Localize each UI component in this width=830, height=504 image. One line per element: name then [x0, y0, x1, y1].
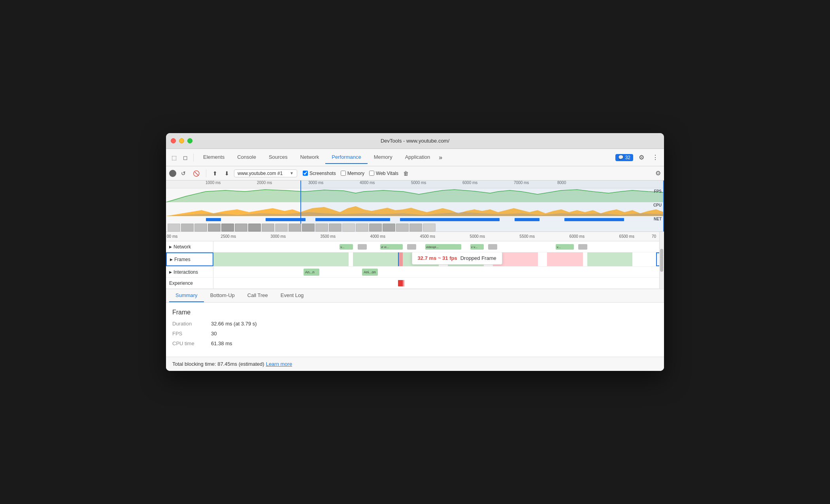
tab-network[interactable]: Network: [294, 151, 326, 164]
tab-event-log[interactable]: Event Log: [274, 289, 310, 302]
interaction-bar-2: Ani...on: [362, 269, 378, 276]
frame-green-2: [353, 252, 398, 266]
memory-checkbox[interactable]: [341, 171, 346, 176]
experience-track-label: Experience: [166, 278, 213, 288]
screenshots-checkbox[interactable]: [303, 171, 308, 176]
network-bar-5: videopl...: [425, 244, 461, 250]
network-bar-7: [488, 244, 497, 250]
duration-row: Duration 32.66 ms (at 3.79 s): [172, 321, 658, 327]
frames-expand-icon[interactable]: ▶: [170, 258, 173, 261]
ruler-70: 70: [652, 234, 656, 239]
ruler-3500: 3500 ms: [321, 234, 336, 239]
network-bar-3: vi vi...: [380, 244, 403, 250]
interaction-bar-1: An...n: [304, 269, 319, 276]
perf-toolbar: ↺ 🚫 ⬆ ⬇ www.youtube.com #1 ▼ Screenshots…: [166, 166, 664, 181]
frame-green-5: [587, 252, 632, 266]
screenshots-label: Screenshots: [309, 171, 336, 176]
memory-checkbox-label[interactable]: Memory: [341, 171, 364, 176]
network-track-label[interactable]: ▶ Network: [166, 241, 213, 252]
tab-call-tree[interactable]: Call Tree: [241, 289, 274, 302]
frame-tooltip: 32.7 ms ~ 31 fps Dropped Frame: [412, 252, 502, 265]
network-bar-8: v...: [556, 244, 574, 250]
summary-content: Frame Duration 32.66 ms (at 3.79 s) FPS …: [166, 303, 664, 357]
experience-track-row: Experience: [166, 278, 664, 289]
ruler-5500: 5500 ms: [520, 234, 535, 239]
download-button[interactable]: ⬇: [222, 169, 232, 178]
trash-button[interactable]: 🗑: [403, 170, 409, 177]
ruler-2500: 2500 ms: [221, 234, 236, 239]
ruler-4000: 4000 ms: [370, 234, 385, 239]
ruler-mark-1: 1000 ms: [206, 181, 221, 185]
interactions-expand-icon[interactable]: ▶: [169, 270, 172, 274]
web-vitals-checkbox-label[interactable]: Web Vitals: [369, 171, 398, 176]
interactions-track-content: An...n Ani...on: [213, 267, 664, 277]
cpu-row: CPU time 61.38 ms: [172, 340, 658, 346]
timeline-scroll-thumb[interactable]: [660, 249, 663, 272]
frames-track-content[interactable]: 32.7 ms ~ 31 fps Dropped Frame: [213, 252, 664, 266]
cpu-value: 61.38 ms: [211, 340, 232, 346]
interactions-track-label[interactable]: ▶ Interactions: [166, 267, 213, 277]
url-selector[interactable]: www.youtube.com #1 ▼: [234, 169, 297, 177]
tab-application[interactable]: Application: [399, 151, 437, 164]
record-button[interactable]: [169, 170, 176, 177]
tab-bottom-up[interactable]: Bottom-Up: [204, 289, 241, 302]
tab-performance[interactable]: Performance: [325, 151, 367, 164]
more-options-icon[interactable]: ⋮: [650, 152, 661, 163]
ruler-3000: 3000 ms: [271, 234, 286, 239]
maximize-button[interactable]: [187, 138, 192, 143]
capture-settings-icon[interactable]: ⚙: [655, 169, 661, 177]
minimize-button[interactable]: [179, 138, 184, 143]
devtools-window: DevTools - www.youtube.com/ ⬚ ◻ Elements…: [166, 133, 664, 371]
bottom-panel: Summary Bottom-Up Call Tree Event Log Fr…: [166, 289, 664, 371]
url-text: www.youtube.com #1: [238, 171, 290, 176]
cpu-label: CPU time: [172, 340, 208, 346]
bottom-tabs: Summary Bottom-Up Call Tree Event Log: [166, 289, 664, 303]
nav-icons: ⬚ ◻: [169, 153, 195, 162]
clear-button[interactable]: 🚫: [191, 169, 202, 178]
frames-label-text: Frames: [174, 257, 191, 262]
timeline-scrollbar[interactable]: [659, 232, 664, 289]
fps-value: 30: [211, 331, 217, 337]
experience-marker-2: [403, 280, 404, 286]
tooltip-fps-text: 32.7 ms ~ 31 fps: [418, 255, 457, 261]
more-tabs-button[interactable]: »: [436, 152, 445, 163]
fps-label: FPS: [172, 331, 208, 337]
network-track-row: ▶ Network v... vi vi... videopl... v v..…: [166, 241, 664, 252]
upload-button[interactable]: ⬆: [210, 169, 220, 178]
screenshots-checkbox-label[interactable]: Screenshots: [303, 171, 336, 176]
network-track-content: v... vi vi... videopl... v v... v...: [213, 241, 664, 252]
pointer-icon[interactable]: ⬚: [169, 153, 179, 162]
tooltip-drop-text: Dropped Frame: [460, 255, 496, 261]
tab-summary[interactable]: Summary: [169, 289, 204, 302]
settings-icon[interactable]: ⚙: [636, 152, 647, 163]
network-expand-icon[interactable]: ▶: [169, 245, 172, 249]
tab-memory[interactable]: Memory: [368, 151, 399, 164]
selection-line: [398, 252, 399, 266]
window-title: DevTools - www.youtube.com/: [381, 138, 449, 144]
timeline-overview[interactable]: 1000 ms 2000 ms 3000 ms 4000 ms 5000 ms …: [166, 181, 664, 232]
network-bar-2: [358, 244, 367, 250]
experience-label-text: Experience: [169, 280, 193, 286]
network-bar-4: [407, 244, 416, 250]
tab-sources[interactable]: Sources: [262, 151, 294, 164]
reload-record-button[interactable]: ↺: [179, 169, 188, 178]
ruler-5000: 5000 ms: [470, 234, 485, 239]
tab-elements[interactable]: Elements: [197, 151, 231, 164]
dropdown-arrow-icon: ▼: [290, 171, 294, 175]
notification-badge[interactable]: 💬 32: [615, 154, 633, 161]
device-icon[interactable]: ◻: [181, 153, 190, 162]
tab-console[interactable]: Console: [231, 151, 262, 164]
summary-title: Frame: [172, 309, 658, 316]
network-bar-1: v...: [340, 244, 353, 250]
fps-row: FPS 30: [172, 331, 658, 337]
web-vitals-checkbox[interactable]: [369, 171, 374, 176]
frame-pink-3: [547, 252, 583, 266]
learn-more-link[interactable]: Learn more: [266, 361, 292, 367]
frames-track-label[interactable]: ▶ Frames: [166, 252, 213, 266]
close-button[interactable]: [171, 138, 176, 143]
ruler-0: 00 ms: [167, 234, 177, 239]
ruler-4500: 4500 ms: [420, 234, 435, 239]
frames-track-row: ▶ Frames 32.7 ms ~ 31 fps Droppe: [166, 252, 664, 267]
toolbar-right: 💬 32 ⚙ ⋮: [615, 152, 661, 163]
ruler-mark-2: 2000 ms: [257, 181, 272, 185]
